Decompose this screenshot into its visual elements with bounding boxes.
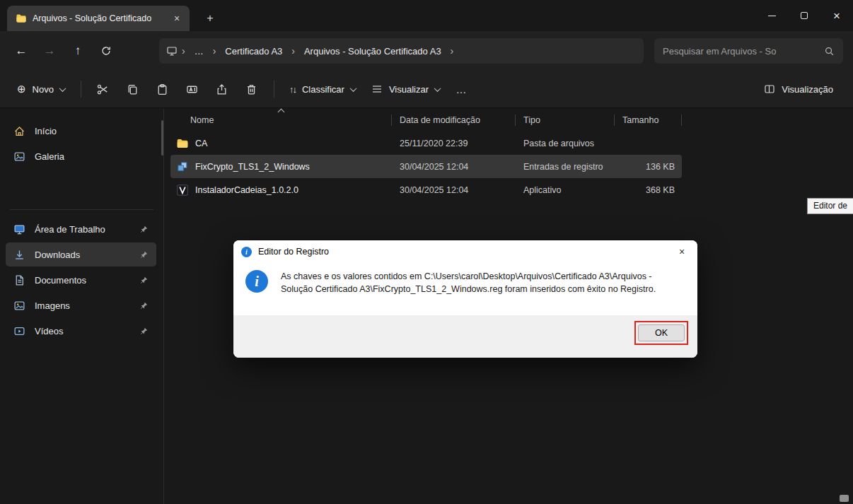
sidebar-spacer — [0, 170, 163, 205]
paste-button[interactable] — [148, 76, 178, 102]
sidebar-item-imagens[interactable]: Imagens — [6, 293, 156, 317]
address-bar[interactable]: › … › Certificado A3 › Arquivos - Soluçã… — [159, 38, 644, 64]
column-divider[interactable] — [515, 115, 516, 126]
sidebar-item-videos[interactable]: Vídeos — [6, 319, 156, 343]
home-icon — [13, 125, 25, 137]
sidebar-item-inicio[interactable]: Início — [6, 119, 156, 143]
tab-close-button[interactable]: × — [170, 11, 184, 25]
breadcrumb-segment[interactable]: Arquivos - Solução Certificado A3 — [299, 43, 446, 59]
toolbar-separator — [81, 81, 81, 98]
sidebar: Início Galeria Área de Trabalho — [0, 109, 164, 504]
delete-button[interactable] — [237, 76, 267, 102]
this-pc-icon — [166, 45, 178, 57]
pin-icon — [139, 276, 149, 285]
column-divider[interactable] — [391, 115, 392, 126]
file-date: 30/04/2025 12:04 — [391, 185, 515, 195]
refresh-button[interactable] — [92, 38, 120, 64]
trash-icon — [245, 83, 257, 95]
sidebar-item-label: Área de Trabalho — [35, 224, 105, 235]
share-icon — [216, 83, 228, 95]
cut-button[interactable] — [88, 76, 118, 102]
titlebar: Arquivos - Solução Certificado × + × — [0, 0, 853, 31]
browser-tab[interactable]: Arquivos - Solução Certificado × — [7, 6, 190, 31]
forward-button[interactable]: → — [35, 38, 64, 64]
sidebar-item-documentos[interactable]: Documentos — [6, 268, 156, 292]
dialog-titlebar[interactable]: i Editor do Registro × — [233, 240, 697, 263]
download-icon — [13, 249, 25, 261]
sidebar-divider — [10, 209, 153, 210]
window-controls: × — [755, 0, 853, 31]
file-date: 30/04/2025 12:04 — [391, 162, 515, 172]
gallery-icon — [13, 151, 25, 163]
file-size: 136 KB — [614, 162, 682, 172]
pin-icon — [139, 327, 149, 336]
file-row[interactable]: InstaladorCadeias_1.0.2.0 30/04/2025 12:… — [170, 178, 682, 201]
pin-icon — [139, 250, 149, 259]
breadcrumb-ellipsis[interactable]: … — [190, 43, 209, 59]
maximize-button[interactable] — [788, 0, 820, 31]
copy-button[interactable] — [118, 76, 148, 102]
clipboard-icon — [156, 83, 168, 95]
tooltip: Editor de — [807, 198, 853, 214]
view-button[interactable]: Visualizar — [364, 76, 448, 102]
sidebar-item-label: Downloads — [35, 250, 80, 260]
dialog-close-button[interactable]: × — [669, 242, 695, 262]
column-header-tamanho[interactable]: Tamanho — [614, 109, 682, 131]
share-button[interactable] — [207, 76, 237, 102]
dialog-body: i As chaves e os valores contidos em C:\… — [233, 263, 697, 295]
file-type: Aplicativo — [515, 185, 614, 195]
chevron-down-icon — [434, 85, 441, 92]
search-input[interactable] — [663, 46, 818, 57]
column-header-tipo[interactable]: Tipo — [515, 109, 614, 131]
preview-pane-button[interactable]: Visualização — [755, 76, 842, 102]
toolbar-separator — [274, 81, 274, 98]
column-divider[interactable] — [681, 115, 682, 126]
ok-button[interactable]: OK — [638, 324, 685, 341]
breadcrumb-segment[interactable]: Certificado A3 — [220, 43, 287, 59]
dialog-footer: OK — [233, 315, 697, 358]
minimize-button[interactable] — [755, 0, 788, 31]
preview-pane-label: Visualização — [782, 84, 833, 95]
column-header-data[interactable]: Data de modificação — [391, 109, 515, 131]
sidebar-item-downloads[interactable]: Downloads — [6, 242, 156, 266]
plus-circle-icon: ⊕ — [17, 83, 26, 95]
new-tab-button[interactable]: + — [199, 6, 221, 31]
registry-file-icon — [176, 160, 189, 173]
videos-icon — [13, 325, 25, 337]
pictures-icon — [13, 300, 25, 312]
sidebar-item-galeria[interactable]: Galeria — [6, 144, 156, 168]
back-button[interactable]: ← — [7, 38, 35, 64]
chevron-right-icon: › — [210, 45, 219, 57]
resize-grip[interactable] — [840, 495, 849, 502]
new-button[interactable]: ⊕ Novo — [8, 76, 74, 102]
registry-editor-dialog: i Editor do Registro × i As chaves e os … — [233, 240, 697, 358]
file-size: 368 KB — [614, 185, 682, 195]
explorer-window: { "window": { "tab_title": "Arquivos - S… — [0, 0, 853, 504]
chevron-right-icon: › — [448, 45, 457, 57]
document-icon — [13, 274, 25, 286]
column-divider[interactable] — [614, 115, 615, 126]
file-name-cell: InstaladorCadeias_1.0.2.0 — [170, 184, 391, 197]
file-name: CA — [195, 139, 207, 148]
copy-icon — [127, 83, 139, 95]
navigation-bar: ← → ↑ › … › Certificado A3 › Arquivos - … — [0, 31, 853, 71]
sidebar-scrollbar[interactable] — [161, 120, 163, 156]
close-button[interactable]: × — [820, 0, 853, 31]
column-headers: Nome Data de modificação Tipo Tamanho — [170, 109, 853, 131]
up-button[interactable]: ↑ — [64, 38, 92, 64]
maximize-icon — [801, 12, 808, 19]
preview-pane-icon — [764, 83, 775, 95]
sidebar-item-label: Vídeos — [35, 326, 63, 336]
sort-button[interactable]: ↑↓ Classificar — [282, 76, 364, 102]
file-row[interactable]: CA 25/11/2020 22:39 Pasta de arquivos — [170, 131, 682, 155]
dialog-message: As chaves e os valores contidos em C:\Us… — [281, 270, 677, 295]
more-options-button[interactable]: … — [448, 76, 475, 102]
file-name: FixCrypto_TLS1_2_Windows — [195, 162, 310, 172]
folder-icon — [176, 137, 189, 150]
file-name: InstaladorCadeias_1.0.2.0 — [195, 185, 298, 195]
sidebar-item-area-de-trabalho[interactable]: Área de Trabalho — [6, 217, 156, 241]
sidebar-item-label: Documentos — [35, 275, 86, 286]
rename-button[interactable] — [178, 76, 207, 102]
list-view-icon — [371, 83, 383, 95]
file-row-selected[interactable]: FixCrypto_TLS1_2_Windows 30/04/2025 12:0… — [170, 155, 682, 178]
